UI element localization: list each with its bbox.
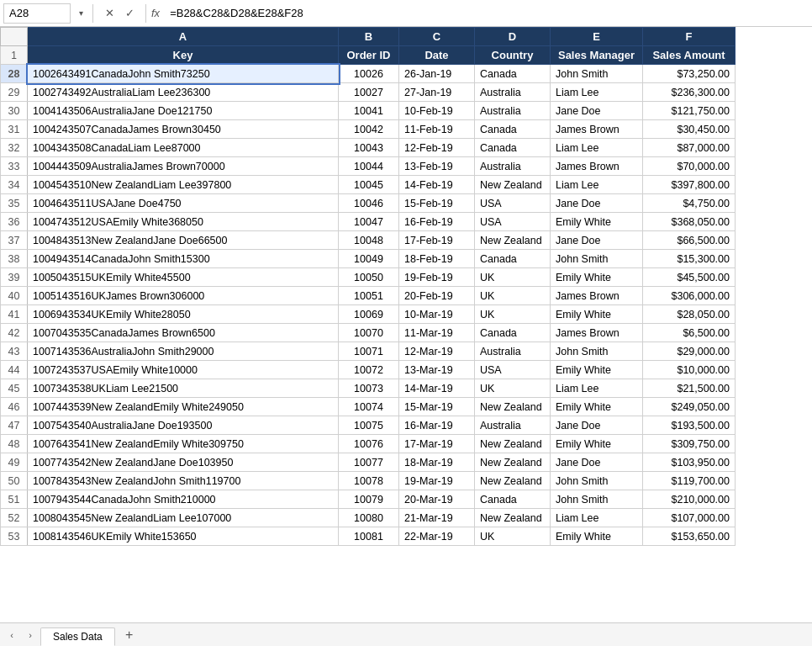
cell-A51[interactable]: 1007943544CanadaJohn Smith210000 xyxy=(28,490,339,509)
cell-C30[interactable]: 10-Feb-19 xyxy=(399,102,475,120)
cell-A37[interactable]: 1004843513New ZealandJane Doe66500 xyxy=(28,231,339,250)
cell-F43[interactable]: $29,000.00 xyxy=(643,342,736,361)
cell-B40[interactable]: 10051 xyxy=(339,287,399,305)
cell-F50[interactable]: $119,700.00 xyxy=(643,472,736,490)
cell-D32[interactable]: Canada xyxy=(475,139,551,157)
cell-E43[interactable]: John Smith xyxy=(551,342,643,361)
cell-E45[interactable]: Liam Lee xyxy=(551,379,643,398)
cell-C46[interactable]: 15-Mar-19 xyxy=(399,398,475,416)
cancel-icon[interactable]: ✕ xyxy=(102,7,117,19)
row-num-52[interactable]: 52 xyxy=(1,509,28,527)
cell-E30[interactable]: Jane Doe xyxy=(551,102,643,120)
cell-A53[interactable]: 1008143546UKEmily White153650 xyxy=(28,527,339,546)
cell-E39[interactable]: Emily White xyxy=(551,268,643,287)
cell-B30[interactable]: 10041 xyxy=(339,102,399,120)
cell-ref-dropdown[interactable]: ▾ xyxy=(74,8,87,18)
cell-E52[interactable]: Liam Lee xyxy=(551,509,643,527)
row-num-34[interactable]: 34 xyxy=(1,176,28,194)
col-letter-E[interactable]: E xyxy=(551,28,643,46)
cell-C52[interactable]: 21-Mar-19 xyxy=(399,509,475,527)
cell-D48[interactable]: New Zealand xyxy=(475,435,551,453)
cell-E48[interactable]: Emily White xyxy=(551,435,643,453)
cell-A1[interactable]: Key xyxy=(28,46,339,65)
row-num-53[interactable]: 53 xyxy=(1,527,28,546)
cell-E28[interactable]: John Smith xyxy=(551,65,643,83)
cell-A46[interactable]: 1007443539New ZealandEmily White249050 xyxy=(28,398,339,416)
cell-A36[interactable]: 1004743512USAEmily White368050 xyxy=(28,213,339,231)
cell-F47[interactable]: $193,500.00 xyxy=(643,416,736,435)
col-letter-D[interactable]: D xyxy=(475,28,551,46)
row-num-29[interactable]: 29 xyxy=(1,83,28,102)
cell-E51[interactable]: John Smith xyxy=(551,490,643,509)
cell-F51[interactable]: $210,000.00 xyxy=(643,490,736,509)
row-num-48[interactable]: 48 xyxy=(1,435,28,453)
row-num-32[interactable]: 32 xyxy=(1,139,28,157)
row-num-40[interactable]: 40 xyxy=(1,287,28,305)
col-letter-A[interactable]: A xyxy=(28,28,339,46)
row-num-37[interactable]: 37 xyxy=(1,231,28,250)
cell-E34[interactable]: Liam Lee xyxy=(551,176,643,194)
cell-C1[interactable]: Date xyxy=(399,46,475,65)
cell-D30[interactable]: Australia xyxy=(475,102,551,120)
cell-C48[interactable]: 17-Mar-19 xyxy=(399,435,475,453)
cell-B35[interactable]: 10046 xyxy=(339,194,399,213)
col-letter-F[interactable]: F xyxy=(643,28,736,46)
cell-E49[interactable]: Jane Doe xyxy=(551,453,643,472)
add-sheet-button[interactable]: + xyxy=(120,626,139,644)
cell-D31[interactable]: Canada xyxy=(475,120,551,139)
cell-A45[interactable]: 1007343538UKLiam Lee21500 xyxy=(28,379,339,398)
cell-D33[interactable]: Australia xyxy=(475,157,551,176)
cell-E35[interactable]: Jane Doe xyxy=(551,194,643,213)
cell-B49[interactable]: 10077 xyxy=(339,453,399,472)
row-num-49[interactable]: 49 xyxy=(1,453,28,472)
cell-E33[interactable]: James Brown xyxy=(551,157,643,176)
row-num-42[interactable]: 42 xyxy=(1,324,28,342)
cell-E1[interactable]: Sales Manager xyxy=(551,46,643,65)
row-num-1[interactable]: 1 xyxy=(1,46,28,65)
cell-C51[interactable]: 20-Mar-19 xyxy=(399,490,475,509)
cell-D49[interactable]: New Zealand xyxy=(475,453,551,472)
cell-A28[interactable]: 1002643491CanadaJohn Smith73250 xyxy=(28,65,339,83)
cell-C47[interactable]: 16-Mar-19 xyxy=(399,416,475,435)
sheet-tab-sales-data[interactable]: Sales Data xyxy=(40,627,115,646)
cell-B34[interactable]: 10045 xyxy=(339,176,399,194)
cell-C32[interactable]: 12-Feb-19 xyxy=(399,139,475,157)
cell-D50[interactable]: New Zealand xyxy=(475,472,551,490)
cell-F36[interactable]: $368,050.00 xyxy=(643,213,736,231)
cell-B53[interactable]: 10081 xyxy=(339,527,399,546)
cell-F52[interactable]: $107,000.00 xyxy=(643,509,736,527)
cell-A31[interactable]: 1004243507CanadaJames Brown30450 xyxy=(28,120,339,139)
tab-nav-next[interactable]: › xyxy=(22,627,39,643)
cell-B33[interactable]: 10044 xyxy=(339,157,399,176)
cell-E44[interactable]: Emily White xyxy=(551,361,643,379)
cell-C31[interactable]: 11-Feb-19 xyxy=(399,120,475,139)
cell-A52[interactable]: 1008043545New ZealandLiam Lee107000 xyxy=(28,509,339,527)
cell-B32[interactable]: 10043 xyxy=(339,139,399,157)
col-letter-B[interactable]: B xyxy=(339,28,399,46)
cell-D1[interactable]: Country xyxy=(475,46,551,65)
cell-F44[interactable]: $10,000.00 xyxy=(643,361,736,379)
cell-A41[interactable]: 1006943534UKEmily White28050 xyxy=(28,305,339,324)
row-num-43[interactable]: 43 xyxy=(1,342,28,361)
formula-input[interactable] xyxy=(166,3,809,24)
cell-C43[interactable]: 12-Mar-19 xyxy=(399,342,475,361)
confirm-icon[interactable]: ✓ xyxy=(122,7,137,19)
row-num-41[interactable]: 41 xyxy=(1,305,28,324)
cell-A30[interactable]: 1004143506AustraliaJane Doe121750 xyxy=(28,102,339,120)
cell-E29[interactable]: Liam Lee xyxy=(551,83,643,102)
cell-B46[interactable]: 10074 xyxy=(339,398,399,416)
cell-F53[interactable]: $153,650.00 xyxy=(643,527,736,546)
cell-B1[interactable]: Order ID xyxy=(339,46,399,65)
cell-B29[interactable]: 10027 xyxy=(339,83,399,102)
cell-B28[interactable]: 10026 xyxy=(339,65,399,83)
tab-nav-prev[interactable]: ‹ xyxy=(3,627,20,643)
cell-E32[interactable]: Liam Lee xyxy=(551,139,643,157)
cell-E47[interactable]: Jane Doe xyxy=(551,416,643,435)
cell-C41[interactable]: 10-Mar-19 xyxy=(399,305,475,324)
cell-C34[interactable]: 14-Feb-19 xyxy=(399,176,475,194)
row-num-35[interactable]: 35 xyxy=(1,194,28,213)
cell-C39[interactable]: 19-Feb-19 xyxy=(399,268,475,287)
cell-D39[interactable]: UK xyxy=(475,268,551,287)
cell-A35[interactable]: 1004643511USAJane Doe4750 xyxy=(28,194,339,213)
cell-A33[interactable]: 1004443509AustraliaJames Brown70000 xyxy=(28,157,339,176)
